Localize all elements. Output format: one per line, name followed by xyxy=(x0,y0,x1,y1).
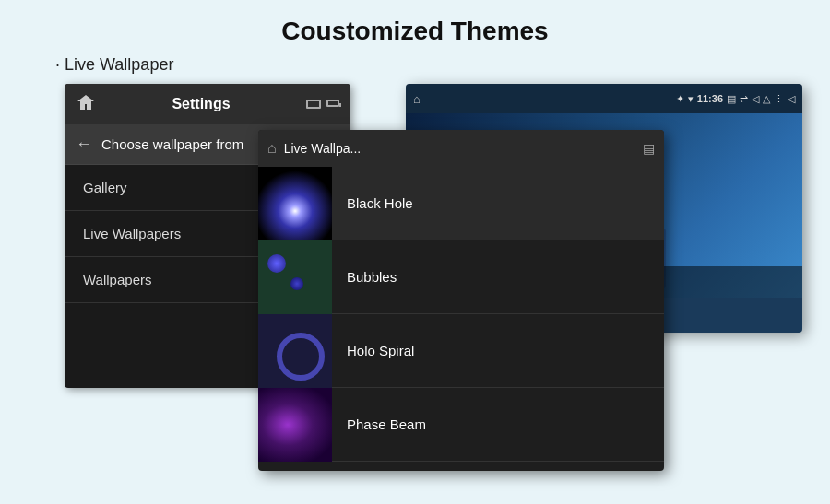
sw-status-icons: ✦ ▾ 11:36 ▤ ⇌ ◁ △ ⋮ ◁ xyxy=(676,93,795,105)
sw-bluetooth-icon: ✦ xyxy=(676,93,684,105)
sw-usb-icon: ⇌ xyxy=(740,93,748,105)
page-title: Coustomized Themes xyxy=(0,0,830,55)
live-wallpapers-label: Live Wallpapers xyxy=(83,226,181,241)
section-label: · Live Wallpaper xyxy=(55,55,830,75)
lw-thumbnail-blackhole xyxy=(258,167,332,240)
lw-img-icon: ▤ xyxy=(643,141,655,156)
sw-home-icon: ⌂ xyxy=(413,92,421,106)
settings-icons xyxy=(306,100,339,109)
lw-thumbnail-phase xyxy=(258,388,332,462)
settings-title: Settings xyxy=(105,96,297,112)
lw-topbar: ⌂ Live Wallpa... ▤ xyxy=(258,130,664,167)
phase-label: Phase Beam xyxy=(332,416,426,432)
sw-time: 11:36 xyxy=(697,93,723,104)
image-icon xyxy=(306,100,321,109)
list-item-bubbles[interactable]: Bubbles xyxy=(258,240,664,314)
home-icon xyxy=(76,92,96,116)
bubbles-label: Bubbles xyxy=(332,269,397,285)
list-item-phase[interactable]: Phase Beam xyxy=(258,388,664,462)
gallery-label: Gallery xyxy=(83,180,127,195)
holo-label: Holo Spiral xyxy=(332,343,414,358)
sw-wifi-icon: ▾ xyxy=(688,93,694,105)
screenshots-container: Settings ← Choose wallpaper from Gallery… xyxy=(46,84,802,471)
back-arrow-icon[interactable]: ← xyxy=(76,135,92,154)
blackhole-label: Black Hole xyxy=(332,195,413,211)
list-item-holo[interactable]: Holo Spiral xyxy=(258,314,664,388)
list-item-blackhole[interactable]: Black Hole xyxy=(258,167,664,240)
battery-icon xyxy=(326,100,339,107)
wallpapers-label: Wallpapers xyxy=(83,272,151,287)
lw-thumbnail-bubbles xyxy=(258,240,332,314)
sw-more-icon[interactable]: ⋮ xyxy=(774,93,784,105)
sw-vol-icon: ◁ xyxy=(752,93,759,105)
sw-alert-icon: △ xyxy=(763,93,770,105)
lw-home-icon: ⌂ xyxy=(267,140,277,157)
live-wallpapers-screen: ⌂ Live Wallpa... ▤ Black Hole Bubbles Ho… xyxy=(258,130,664,471)
settings-topbar: Settings xyxy=(65,84,350,124)
lw-title: Live Wallpa... xyxy=(284,141,635,156)
sw-back-icon[interactable]: ◁ xyxy=(788,93,795,105)
sw-topbar: ⌂ ✦ ▾ 11:36 ▤ ⇌ ◁ △ ⋮ ◁ xyxy=(406,84,802,113)
lw-thumbnail-holo xyxy=(258,314,332,388)
choose-wallpaper-text: Choose wallpaper from xyxy=(101,136,243,152)
sw-msg-icon: ▤ xyxy=(727,93,736,105)
